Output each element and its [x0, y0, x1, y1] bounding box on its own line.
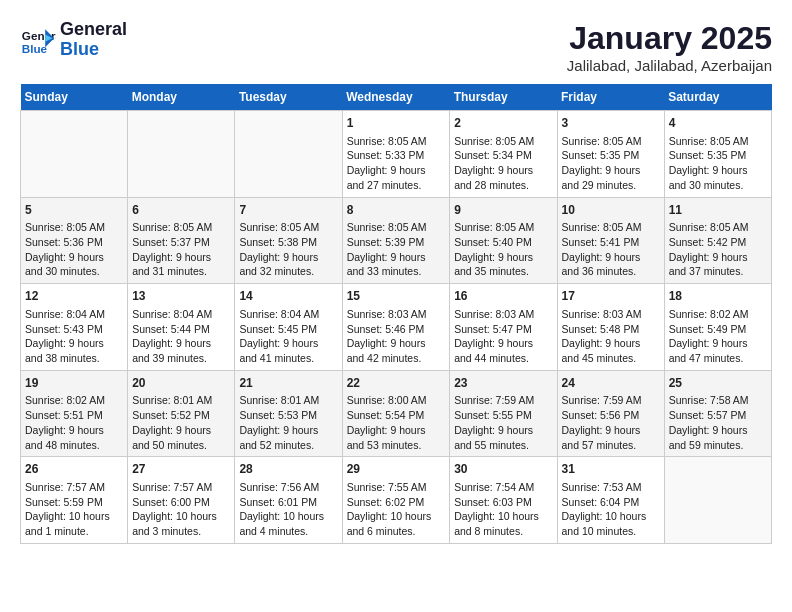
day-info: Sunrise: 8:01 AM Sunset: 5:52 PM Dayligh…	[132, 393, 230, 452]
day-number: 20	[132, 375, 230, 392]
day-info: Sunrise: 7:54 AM Sunset: 6:03 PM Dayligh…	[454, 480, 552, 539]
day-number: 4	[669, 115, 767, 132]
day-cell: 14Sunrise: 8:04 AM Sunset: 5:45 PM Dayli…	[235, 284, 342, 371]
column-header-thursday: Thursday	[450, 84, 557, 111]
day-info: Sunrise: 8:05 AM Sunset: 5:35 PM Dayligh…	[562, 134, 660, 193]
logo-general: General	[60, 20, 127, 40]
day-info: Sunrise: 8:04 AM Sunset: 5:44 PM Dayligh…	[132, 307, 230, 366]
day-number: 24	[562, 375, 660, 392]
column-header-wednesday: Wednesday	[342, 84, 450, 111]
calendar-header: SundayMondayTuesdayWednesdayThursdayFrid…	[21, 84, 772, 111]
day-number: 30	[454, 461, 552, 478]
day-cell: 5Sunrise: 8:05 AM Sunset: 5:36 PM Daylig…	[21, 197, 128, 284]
day-info: Sunrise: 7:59 AM Sunset: 5:55 PM Dayligh…	[454, 393, 552, 452]
week-row-5: 26Sunrise: 7:57 AM Sunset: 5:59 PM Dayli…	[21, 457, 772, 544]
logo: General Blue General Blue	[20, 20, 127, 60]
day-number: 25	[669, 375, 767, 392]
day-info: Sunrise: 7:53 AM Sunset: 6:04 PM Dayligh…	[562, 480, 660, 539]
day-number: 15	[347, 288, 446, 305]
day-cell: 24Sunrise: 7:59 AM Sunset: 5:56 PM Dayli…	[557, 370, 664, 457]
day-info: Sunrise: 7:56 AM Sunset: 6:01 PM Dayligh…	[239, 480, 337, 539]
day-number: 31	[562, 461, 660, 478]
day-cell: 19Sunrise: 8:02 AM Sunset: 5:51 PM Dayli…	[21, 370, 128, 457]
day-info: Sunrise: 8:04 AM Sunset: 5:43 PM Dayligh…	[25, 307, 123, 366]
day-number: 29	[347, 461, 446, 478]
day-info: Sunrise: 8:02 AM Sunset: 5:49 PM Dayligh…	[669, 307, 767, 366]
day-number: 8	[347, 202, 446, 219]
day-cell	[664, 457, 771, 544]
header-row: SundayMondayTuesdayWednesdayThursdayFrid…	[21, 84, 772, 111]
column-header-sunday: Sunday	[21, 84, 128, 111]
day-number: 5	[25, 202, 123, 219]
day-number: 6	[132, 202, 230, 219]
day-info: Sunrise: 8:03 AM Sunset: 5:47 PM Dayligh…	[454, 307, 552, 366]
day-info: Sunrise: 7:57 AM Sunset: 6:00 PM Dayligh…	[132, 480, 230, 539]
day-cell: 28Sunrise: 7:56 AM Sunset: 6:01 PM Dayli…	[235, 457, 342, 544]
day-cell: 13Sunrise: 8:04 AM Sunset: 5:44 PM Dayli…	[128, 284, 235, 371]
day-info: Sunrise: 8:05 AM Sunset: 5:38 PM Dayligh…	[239, 220, 337, 279]
day-cell: 7Sunrise: 8:05 AM Sunset: 5:38 PM Daylig…	[235, 197, 342, 284]
day-cell: 18Sunrise: 8:02 AM Sunset: 5:49 PM Dayli…	[664, 284, 771, 371]
day-number: 27	[132, 461, 230, 478]
day-info: Sunrise: 8:05 AM Sunset: 5:36 PM Dayligh…	[25, 220, 123, 279]
day-number: 13	[132, 288, 230, 305]
week-row-1: 1Sunrise: 8:05 AM Sunset: 5:33 PM Daylig…	[21, 111, 772, 198]
day-cell: 21Sunrise: 8:01 AM Sunset: 5:53 PM Dayli…	[235, 370, 342, 457]
week-row-4: 19Sunrise: 8:02 AM Sunset: 5:51 PM Dayli…	[21, 370, 772, 457]
day-cell: 11Sunrise: 8:05 AM Sunset: 5:42 PM Dayli…	[664, 197, 771, 284]
calendar-body: 1Sunrise: 8:05 AM Sunset: 5:33 PM Daylig…	[21, 111, 772, 544]
day-cell	[21, 111, 128, 198]
logo-icon: General Blue	[20, 22, 56, 58]
day-cell: 12Sunrise: 8:04 AM Sunset: 5:43 PM Dayli…	[21, 284, 128, 371]
day-info: Sunrise: 8:03 AM Sunset: 5:46 PM Dayligh…	[347, 307, 446, 366]
week-row-2: 5Sunrise: 8:05 AM Sunset: 5:36 PM Daylig…	[21, 197, 772, 284]
logo-blue: Blue	[60, 40, 127, 60]
day-number: 10	[562, 202, 660, 219]
day-number: 1	[347, 115, 446, 132]
column-header-saturday: Saturday	[664, 84, 771, 111]
day-number: 26	[25, 461, 123, 478]
day-cell: 25Sunrise: 7:58 AM Sunset: 5:57 PM Dayli…	[664, 370, 771, 457]
day-cell: 26Sunrise: 7:57 AM Sunset: 5:59 PM Dayli…	[21, 457, 128, 544]
day-number: 12	[25, 288, 123, 305]
calendar-subtitle: Jalilabad, Jalilabad, Azerbaijan	[567, 57, 772, 74]
day-cell: 1Sunrise: 8:05 AM Sunset: 5:33 PM Daylig…	[342, 111, 450, 198]
day-info: Sunrise: 8:05 AM Sunset: 5:40 PM Dayligh…	[454, 220, 552, 279]
day-info: Sunrise: 7:55 AM Sunset: 6:02 PM Dayligh…	[347, 480, 446, 539]
day-cell: 30Sunrise: 7:54 AM Sunset: 6:03 PM Dayli…	[450, 457, 557, 544]
day-info: Sunrise: 7:59 AM Sunset: 5:56 PM Dayligh…	[562, 393, 660, 452]
day-info: Sunrise: 8:05 AM Sunset: 5:35 PM Dayligh…	[669, 134, 767, 193]
day-cell: 3Sunrise: 8:05 AM Sunset: 5:35 PM Daylig…	[557, 111, 664, 198]
day-cell: 17Sunrise: 8:03 AM Sunset: 5:48 PM Dayli…	[557, 284, 664, 371]
svg-text:Blue: Blue	[22, 41, 48, 54]
calendar-table: SundayMondayTuesdayWednesdayThursdayFrid…	[20, 84, 772, 544]
title-block: January 2025 Jalilabad, Jalilabad, Azerb…	[567, 20, 772, 74]
day-number: 22	[347, 375, 446, 392]
day-info: Sunrise: 8:05 AM Sunset: 5:42 PM Dayligh…	[669, 220, 767, 279]
column-header-monday: Monday	[128, 84, 235, 111]
day-info: Sunrise: 8:02 AM Sunset: 5:51 PM Dayligh…	[25, 393, 123, 452]
day-cell: 22Sunrise: 8:00 AM Sunset: 5:54 PM Dayli…	[342, 370, 450, 457]
day-number: 17	[562, 288, 660, 305]
calendar-title: January 2025	[567, 20, 772, 57]
day-cell: 31Sunrise: 7:53 AM Sunset: 6:04 PM Dayli…	[557, 457, 664, 544]
day-cell: 9Sunrise: 8:05 AM Sunset: 5:40 PM Daylig…	[450, 197, 557, 284]
day-cell: 2Sunrise: 8:05 AM Sunset: 5:34 PM Daylig…	[450, 111, 557, 198]
day-number: 19	[25, 375, 123, 392]
day-cell: 29Sunrise: 7:55 AM Sunset: 6:02 PM Dayli…	[342, 457, 450, 544]
day-cell: 8Sunrise: 8:05 AM Sunset: 5:39 PM Daylig…	[342, 197, 450, 284]
day-number: 18	[669, 288, 767, 305]
day-info: Sunrise: 8:05 AM Sunset: 5:39 PM Dayligh…	[347, 220, 446, 279]
day-number: 14	[239, 288, 337, 305]
day-cell: 4Sunrise: 8:05 AM Sunset: 5:35 PM Daylig…	[664, 111, 771, 198]
day-number: 7	[239, 202, 337, 219]
column-header-friday: Friday	[557, 84, 664, 111]
day-info: Sunrise: 8:05 AM Sunset: 5:37 PM Dayligh…	[132, 220, 230, 279]
page-header: General Blue General Blue January 2025 J…	[20, 20, 772, 74]
day-info: Sunrise: 7:57 AM Sunset: 5:59 PM Dayligh…	[25, 480, 123, 539]
day-number: 16	[454, 288, 552, 305]
day-cell	[128, 111, 235, 198]
day-number: 28	[239, 461, 337, 478]
day-cell: 23Sunrise: 7:59 AM Sunset: 5:55 PM Dayli…	[450, 370, 557, 457]
day-number: 21	[239, 375, 337, 392]
